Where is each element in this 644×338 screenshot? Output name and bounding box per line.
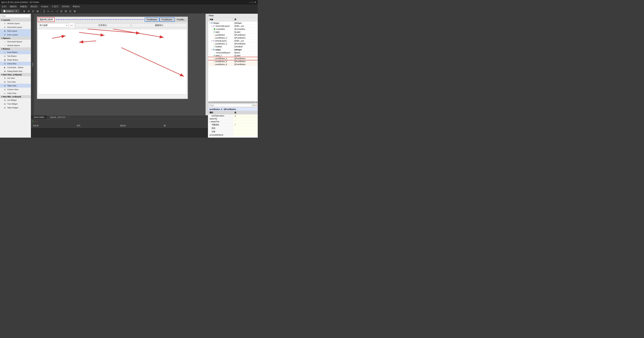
sidebar-item-tree-view[interactable]: ⊞ Tree View bbox=[0, 80, 31, 84]
menu-debug[interactable]: 调试(D) bbox=[30, 5, 38, 9]
tree-item-pushbutton4[interactable]: □ pushButton_4 QPushButton bbox=[208, 57, 258, 60]
prop-value-whatsthi[interactable] bbox=[233, 120, 258, 123]
tree-item-pushbutton[interactable]: □ pushButton QPushButton bbox=[208, 34, 258, 37]
combo-box[interactable]: 串口选择 bbox=[38, 23, 69, 28]
prop-value-statustip[interactable] bbox=[233, 117, 258, 120]
sidebar-item-grid-layout[interactable]: ⊞ Grid Layout bbox=[0, 29, 31, 33]
sidebar-item-list-view[interactable]: ☰ List View bbox=[0, 76, 31, 80]
sidebar-item-h-spacer[interactable]: ↔ Horizontal Spacer bbox=[0, 40, 31, 44]
sidebar-item-push-button[interactable]: □ Push Button bbox=[0, 50, 31, 54]
sidebar-item-undo-view[interactable]: ↩ Undo View bbox=[0, 91, 31, 95]
tree-item-widget2[interactable]: ▾ ⊞ widget QWidget bbox=[208, 48, 258, 51]
handle-tr-1[interactable] bbox=[158, 17, 160, 19]
open-port-button[interactable]: 打开串口 bbox=[75, 23, 130, 28]
menu-widgets[interactable]: 控件(W) bbox=[61, 5, 70, 9]
tree-item-label[interactable]: A label QLabel bbox=[208, 31, 258, 34]
handle-tl-1[interactable] bbox=[144, 17, 145, 19]
section-buttons[interactable]: Buttons bbox=[0, 47, 31, 50]
expand-widget[interactable]: ▾ bbox=[210, 22, 210, 24]
toolbar-btn-3[interactable]: ⊡ bbox=[31, 9, 35, 13]
canvas-scroll-area[interactable]: 我的串口软件 PushButton bbox=[34, 14, 206, 115]
sidebar-item-table-view[interactable]: ⊟ Table View bbox=[0, 84, 31, 88]
action-editor-tab[interactable]: Action Editor bbox=[31, 115, 47, 119]
toolbar-btn-10[interactable]: ⊞ bbox=[64, 9, 68, 13]
toolbar-btn-8[interactable]: ⊣ bbox=[55, 9, 59, 13]
sidebar-item-table-widget[interactable]: ⊟ Table Widget bbox=[0, 106, 31, 110]
prop-value-comment[interactable] bbox=[233, 130, 258, 133]
sidebar-item-command-button[interactable]: ▶ Command... Button bbox=[0, 66, 31, 69]
prop-value-translatable[interactable]: ✓ bbox=[233, 123, 258, 126]
expand-vlayout[interactable]: ▾ bbox=[212, 40, 212, 42]
handle-mr-1[interactable] bbox=[158, 19, 160, 20]
push-button-1[interactable]: PushButton bbox=[145, 18, 159, 22]
expand-whatsthi[interactable]: ▾ bbox=[210, 121, 210, 123]
tree-item-pushbutton3[interactable]: □ pushButton_3 QPushButton bbox=[208, 42, 258, 45]
tree-item-hlayout[interactable]: ▾ ⫼ horizontalLayout QHBo...you bbox=[208, 25, 258, 28]
prop-value-accessiblename[interactable] bbox=[233, 134, 258, 136]
toolbar-btn-11[interactable]: ⊡ bbox=[68, 9, 72, 13]
push-button-2[interactable]: PushButton bbox=[160, 18, 174, 22]
tree-item-pushbutton2[interactable]: □ pushButton_2 QPushButton bbox=[208, 37, 258, 39]
sidebar-item-dialog-button-box[interactable]: ⊠ Dialog Button Box bbox=[0, 69, 31, 73]
toolbar-btn-4[interactable]: ⊠ bbox=[36, 9, 40, 13]
search-port-button[interactable]: 搜索串口 bbox=[131, 23, 187, 28]
menu-build[interactable]: 构建(B) bbox=[20, 5, 28, 9]
sidebar-item-column-view[interactable]: ⊡ Column View bbox=[0, 88, 31, 91]
prop-remove-button[interactable]: − bbox=[255, 104, 257, 107]
handle-bm-1[interactable] bbox=[152, 21, 152, 22]
menu-file[interactable]: 文(F) bbox=[1, 5, 7, 9]
tree-item-combobox[interactable]: ▣ comboBox QComboBox bbox=[208, 28, 258, 31]
toolbar-btn-7[interactable]: ⊢ bbox=[50, 9, 54, 13]
handle-ml-1[interactable] bbox=[144, 19, 145, 20]
expand-hlayout[interactable]: ▾ bbox=[212, 25, 212, 27]
tree-scroll-right[interactable]: ▶ bbox=[256, 102, 258, 103]
sidebar-item-vertical-layout[interactable]: ≡ Vertical Layout bbox=[0, 22, 31, 25]
tree-item-pushbutton6[interactable]: □ pushButton_6 QPushButton bbox=[208, 63, 258, 66]
signals-slots-tab[interactable]: Signals _Slots Ed··· bbox=[47, 115, 69, 119]
section-layouts[interactable]: Layouts bbox=[0, 19, 31, 22]
handle-tm-1[interactable] bbox=[152, 17, 152, 19]
menu-edit[interactable]: 编辑(E) bbox=[9, 5, 17, 9]
menu-analyze[interactable]: Analyze bbox=[40, 5, 49, 8]
sidebar-item-radio-button[interactable]: ◉ Radio Button bbox=[0, 58, 31, 62]
tree-item-hspacer[interactable]: ↔ horizontalSpacer Spacer bbox=[208, 51, 258, 54]
canvas-vscrollbar[interactable] bbox=[206, 14, 208, 115]
handle-bl-1[interactable] bbox=[144, 21, 145, 22]
toolbar-btn-6[interactable]: ═ bbox=[46, 9, 50, 13]
toolbar-btn-1[interactable]: ⊞ bbox=[22, 9, 26, 13]
prop-value-disambiguation[interactable] bbox=[233, 127, 258, 130]
expand-widget2[interactable]: ▾ bbox=[212, 49, 212, 51]
section-spacers[interactable]: Spacers bbox=[0, 37, 31, 40]
prop-add-button[interactable]: + bbox=[253, 104, 254, 107]
handle-br-1[interactable] bbox=[158, 21, 160, 22]
file-tab[interactable]: 📄 widget.ui ✕ bbox=[1, 10, 20, 13]
tree-item-label2[interactable]: A label_2 QLabel bbox=[208, 54, 258, 57]
sidebar-item-tool-button[interactable]: ⊡ Tool Button bbox=[0, 54, 31, 58]
sidebar-filter-input[interactable] bbox=[1, 15, 30, 18]
sidebar-item-check-box[interactable]: ☑ Check Box bbox=[0, 62, 31, 66]
prop-filter-input[interactable] bbox=[209, 104, 252, 107]
toolbar-btn-9[interactable]: ⊟ bbox=[60, 9, 63, 13]
maximize-button[interactable]: □ bbox=[252, 1, 253, 4]
push-button-3[interactable]: PushBu... bbox=[175, 18, 187, 22]
minimize-button[interactable]: ─ bbox=[249, 1, 251, 4]
sidebar-item-list-widget[interactable]: ☰ List Widget bbox=[0, 98, 31, 102]
sidebar-item-horizontal-layout[interactable]: ⫼ Horizontal Layout bbox=[0, 25, 31, 29]
section-item-view[interactable]: Item View...el-Based) bbox=[0, 73, 31, 76]
tree-item-pushbutton5[interactable]: □ pushButton_5 QPushButton bbox=[208, 60, 258, 63]
sidebar-item-tree-widget[interactable]: ⊞ Tree Widget bbox=[0, 102, 31, 106]
section-item-widget[interactable]: Item Wid...m-Based) bbox=[0, 95, 31, 98]
sidebar-item-v-spacer[interactable]: ↕ Vertical Spacer bbox=[0, 44, 31, 47]
tree-item-vlayout[interactable]: ▾ ≡ verticalLayout QVBo...you bbox=[208, 39, 258, 42]
close-button[interactable]: ✕ bbox=[254, 1, 256, 4]
toolbar-btn-12[interactable]: ⊠ bbox=[73, 9, 77, 13]
close-tab-btn[interactable]: ✕ bbox=[16, 10, 17, 12]
object-tree-hscrollbar[interactable]: ◀ ▶ bbox=[208, 101, 258, 103]
sidebar-item-form-layout[interactable]: ⊡ Form Layout bbox=[0, 33, 31, 37]
tree-item-widget[interactable]: ▾ ⊞ Widget QWidget bbox=[208, 22, 258, 25]
tree-scroll-left[interactable]: ◀ bbox=[208, 102, 210, 103]
toolbar-btn-5[interactable]: ║ bbox=[42, 9, 46, 13]
signal-remove-button[interactable]: − bbox=[35, 120, 37, 123]
menu-tools[interactable]: 工具(T) bbox=[51, 5, 59, 9]
prop-value-tooltip[interactable]: -1 bbox=[233, 114, 258, 117]
